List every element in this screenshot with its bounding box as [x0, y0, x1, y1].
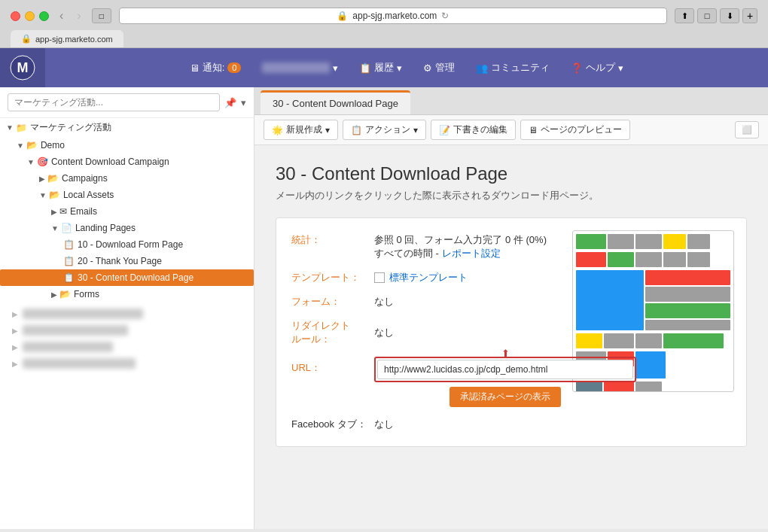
community-icon: 👥 [476, 62, 488, 74]
email-icon: ✉ [59, 206, 67, 217]
folder-icon: 📁 [16, 123, 27, 133]
search-icon[interactable]: 📌 [224, 97, 236, 108]
page-icon: 📋 [63, 272, 75, 283]
approve-page-button[interactable]: 承認済みページの表示 [450, 387, 561, 407]
sidebar-item-marketing[interactable]: ▼ 📁 マーケティング活動 [0, 118, 254, 137]
expand-icon: ▼ [51, 224, 59, 233]
content-toolbar: 🌟 新規作成 ▾ 📋 アクション ▾ 📝 下書きの編集 🖥 ページのプレビュー [254, 115, 768, 145]
nav-community[interactable]: 👥 コミュニティ [467, 48, 559, 87]
redirect-label2: ルール： [291, 333, 374, 346]
filter-icon[interactable]: ▾ [241, 97, 246, 108]
lock-icon: 🔒 [337, 11, 348, 21]
nav-history[interactable]: 📋 履歴 ▾ [350, 48, 411, 87]
history-label: 履歴 [374, 61, 394, 74]
help-arrow: ▾ [618, 62, 623, 74]
help-label: ヘルプ [586, 61, 615, 74]
folder-icon: 📂 [47, 173, 59, 184]
url-input[interactable] [377, 360, 633, 379]
tab-label: app-sjg.marketo.com [35, 35, 113, 44]
forward-button[interactable]: › [74, 9, 84, 23]
window-toggle-button[interactable]: □ [92, 8, 111, 23]
sidebar-item-emails[interactable]: ▶ ✉ Emails [0, 203, 254, 220]
new-button[interactable]: 🌟 新規作成 ▾ [264, 120, 338, 140]
page-title: 30 - Content Download Page [276, 163, 747, 184]
sidebar-item-label: 10 - Download Form Page [78, 239, 183, 250]
sidebar: 📌 ▾ ▼ 📁 マーケティング活動 ▼ 📂 Demo [0, 87, 254, 529]
content-tab-bar: 30 - Content Download Page [254, 87, 768, 115]
download-button[interactable]: ⬇ [720, 8, 739, 23]
sidebar-item-content-campaign[interactable]: ▼ 🎯 Content Download Campaign [0, 154, 254, 170]
reload-icon[interactable]: ↻ [441, 11, 449, 21]
sidebar-item-label: Campaigns [62, 173, 108, 184]
sidebar-item-content-download[interactable]: 📋 30 - Content Download Page [0, 269, 254, 286]
tab-label: 30 - Content Download Page [273, 98, 398, 109]
template-link[interactable]: 標準テンプレート [389, 271, 468, 284]
main-area: 📌 ▾ ▼ 📁 マーケティング活動 ▼ 📂 Demo [0, 87, 768, 529]
tree: ▼ 📁 マーケティング活動 ▼ 📂 Demo ▼ 🎯 Content Downl… [0, 118, 254, 375]
expand-icon: ▼ [27, 158, 35, 166]
search-input[interactable] [8, 93, 220, 111]
content-body: 30 - Content Download Page メール内のリンクをクリック… [254, 145, 768, 465]
expand-icon: ▶ [39, 175, 45, 183]
folder-icon: 📂 [59, 289, 71, 299]
edit-icon: 📝 [439, 125, 450, 135]
new-arrow: ▾ [325, 125, 330, 135]
nav-notifications[interactable]: 🖥 通知: 0 [181, 48, 251, 87]
sidebar-item-forms[interactable]: ▶ 📂 Forms [0, 286, 254, 302]
facebook-row: Facebook タブ： なし [291, 418, 731, 431]
facebook-value: なし [374, 418, 394, 431]
sidebar-item-label: Forms [74, 289, 99, 299]
sidebar-item-download-form[interactable]: 📋 10 - Download Form Page [0, 236, 254, 253]
nav-help[interactable]: ❓ ヘルプ ▾ [562, 48, 632, 87]
template-checkbox[interactable] [374, 272, 385, 283]
page-description: メール内のリンクをクリックした際に表示されるダウンロード用ページ。 [276, 189, 747, 202]
facebook-label: Facebook タブ： [291, 418, 374, 431]
svg-text:M: M [17, 60, 29, 75]
community-label: コミュニティ [491, 61, 550, 74]
page-icon: 📋 [63, 239, 75, 250]
minimize-button[interactable] [25, 11, 35, 21]
action-button[interactable]: 📋 アクション ▾ [343, 120, 426, 140]
template-label: テンプレート： [291, 271, 374, 284]
url-bar[interactable]: 🔒 app-sjg.marketo.com ↻ [119, 8, 667, 24]
stats-label: 統計： [291, 233, 374, 247]
nav-admin[interactable]: ⚙ 管理 [414, 48, 464, 87]
share-button[interactable]: ⬆ [675, 8, 694, 23]
sidebar-item-label: Local Assets [63, 190, 114, 200]
sidebar-item-label: Content Download Campaign [51, 157, 169, 167]
expand-icon: ▼ [17, 141, 24, 150]
draft-edit-button[interactable]: 📝 下書きの編集 [431, 120, 516, 140]
sidebar-item-label: 30 - Content Download Page [78, 272, 194, 283]
sidebar-item-landing-pages[interactable]: ▼ 📄 Landing Pages [0, 220, 254, 236]
report-link[interactable]: レポート設定 [442, 247, 501, 260]
sidebar-item-campaigns[interactable]: ▶ 📂 Campaigns [0, 170, 254, 187]
folder-icon: 📂 [26, 140, 38, 150]
sidebar-item-demo[interactable]: ▼ 📂 Demo [0, 137, 254, 154]
url-input-wrapper [374, 357, 636, 382]
maximize-button[interactable]: ⬜ [735, 121, 759, 138]
upload-indicator: ⬆ [501, 348, 510, 359]
marketo-logo-icon: M [10, 55, 35, 81]
close-button[interactable] [11, 11, 20, 21]
sidebar-item-local-assets[interactable]: ▼ 📂 Local Assets [0, 187, 254, 203]
content-tab-active[interactable]: 30 - Content Download Page [261, 90, 410, 114]
admin-icon: ⚙ [423, 62, 432, 74]
browser-chrome: ‹ › □ 🔒 app-sjg.marketo.com ↻ ⬆ □ ⬇ + 🔒 … [0, 0, 768, 48]
url-text: app-sjg.marketo.com [352, 11, 437, 21]
content-pane: 30 - Content Download Page 🌟 新規作成 ▾ 📋 アク… [254, 87, 768, 529]
back-button[interactable]: ‹ [56, 9, 66, 23]
expand-icon: ▼ [6, 123, 14, 132]
url-label: URL： [291, 357, 374, 375]
sidebar-item-thank-you[interactable]: 📋 20 - Thank You Page [0, 253, 254, 269]
new-tab-button[interactable]: + [742, 8, 757, 23]
history-arrow: ▾ [397, 62, 402, 74]
maximize-button[interactable] [39, 11, 49, 21]
bookmark-button[interactable]: □ [697, 8, 717, 23]
nav-blurred[interactable]: ▾ [253, 48, 347, 87]
search-bar: 📌 ▾ [0, 87, 254, 118]
browser-tab[interactable]: 🔒 app-sjg.marketo.com [11, 30, 123, 47]
notifications-icon: 🖥 [190, 62, 200, 74]
logo[interactable]: M [0, 48, 45, 87]
preview-button[interactable]: 🖥 ページのプレビュー [520, 120, 630, 140]
sidebar-item-label: 20 - Thank You Page [78, 256, 162, 266]
